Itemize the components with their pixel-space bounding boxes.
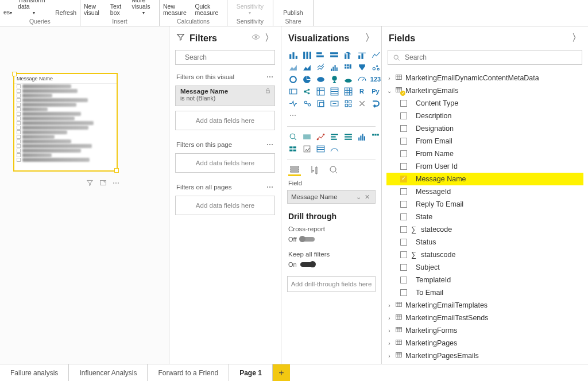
- viz-type-icon[interactable]: [356, 50, 368, 60]
- viz-type-icon[interactable]: [315, 62, 326, 72]
- analytics-tool-icon[interactable]: [327, 164, 340, 176]
- filters-search[interactable]: [175, 50, 275, 65]
- collapse-pane-icon[interactable]: 〉: [572, 32, 581, 44]
- viz-type-icon[interactable]: [328, 98, 340, 108]
- viz-type-icon[interactable]: [328, 86, 340, 96]
- field-subject[interactable]: Subject: [386, 261, 583, 274]
- viz-type-icon[interactable]: [370, 98, 381, 108]
- ribbon-btn-refresh[interactable]: Refresh: [55, 10, 76, 16]
- fields-search-input[interactable]: [404, 53, 577, 62]
- filters-search-input[interactable]: [184, 53, 272, 62]
- field-from-user-id[interactable]: From User Id: [386, 160, 583, 173]
- more-options-icon[interactable]: ⋯: [113, 179, 120, 188]
- ribbon-btn-new-measure[interactable]: New measure: [163, 3, 189, 16]
- filters-visual-dropzone[interactable]: Add data fields here: [175, 111, 275, 130]
- page-tab-influencer-analysis[interactable]: Influencer Analysis: [69, 364, 148, 381]
- field-statecode[interactable]: ∑statecode: [386, 223, 583, 236]
- field-from-name[interactable]: From Name: [386, 147, 583, 160]
- viz-type-icon[interactable]: [301, 62, 312, 72]
- page-tab-failure-analysis[interactable]: Failure analysis: [0, 364, 69, 381]
- viz-type-icon[interactable]: [328, 74, 340, 84]
- field-templateid[interactable]: TemplateId: [386, 274, 583, 286]
- viz-type-icon[interactable]: [301, 131, 312, 142]
- viz-type-icon[interactable]: [342, 74, 354, 84]
- viz-type-icon[interactable]: [301, 98, 312, 108]
- viz-type-icon[interactable]: [328, 62, 340, 72]
- viz-type-icon[interactable]: [287, 74, 299, 84]
- add-page-button[interactable]: +: [273, 364, 290, 381]
- viz-type-icon[interactable]: [287, 50, 299, 60]
- fields-search[interactable]: [388, 50, 582, 65]
- viz-type-icon[interactable]: [356, 98, 368, 108]
- filters-all-dropzone[interactable]: Add data fields here: [175, 196, 275, 215]
- viz-type-icon[interactable]: [342, 50, 354, 60]
- fields-tool-icon[interactable]: [288, 164, 301, 176]
- report-visual-slicer[interactable]: Message Name: [14, 73, 117, 171]
- viz-type-icon[interactable]: [301, 143, 312, 154]
- field-well-message-name[interactable]: Message Name ⌄ ✕: [287, 190, 376, 204]
- viz-type-icon[interactable]: [287, 98, 299, 108]
- keep-filters-switch[interactable]: On: [288, 260, 374, 271]
- viz-type-icon[interactable]: [328, 131, 340, 142]
- table-MarketingEmailTestSends[interactable]: ›MarketingEmailTestSends: [386, 312, 583, 324]
- field-message-name[interactable]: Message Name: [386, 173, 583, 185]
- viz-type-icon[interactable]: [301, 50, 312, 60]
- viz-type-icon[interactable]: [287, 62, 299, 72]
- field-status[interactable]: Status: [386, 236, 583, 248]
- viz-type-icon[interactable]: [342, 98, 354, 108]
- focus-mode-icon[interactable]: [99, 179, 107, 188]
- collapse-pane-icon[interactable]: 〉: [265, 32, 274, 44]
- field-from-email[interactable]: From Email: [386, 135, 583, 147]
- viz-type-icon[interactable]: [301, 86, 312, 96]
- ribbon-btn-text-box[interactable]: Text box: [110, 3, 126, 16]
- page-tab-forward-to-a-friend[interactable]: Forward to a Friend: [148, 364, 229, 381]
- field-designation[interactable]: Designation: [386, 122, 583, 135]
- filter-icon[interactable]: [86, 179, 94, 188]
- table-MarketingEmailDynamicContentMetaData[interactable]: ›MarketingEmailDynamicContentMetaData: [386, 72, 583, 84]
- ribbon-btn-more-visuals[interactable]: More visuals▾: [131, 0, 156, 16]
- ribbon-btn-publish[interactable]: Publish: [283, 10, 303, 16]
- viz-type-icon[interactable]: [315, 50, 326, 60]
- chevron-down-icon[interactable]: ⌄: [354, 193, 363, 201]
- filters-page-dropzone[interactable]: Add data fields here: [175, 153, 275, 173]
- viz-type-icon[interactable]: [342, 62, 354, 72]
- ribbon-btn-quick-measure[interactable]: Quick measure: [195, 3, 223, 16]
- viz-type-icon[interactable]: [315, 98, 326, 108]
- field-messageid[interactable]: MessageId: [386, 185, 583, 198]
- table-MarketingEmailTemplates[interactable]: ›MarketingEmailTemplates: [386, 299, 583, 312]
- section-more-icon[interactable]: ⋯: [266, 183, 274, 191]
- collapse-pane-icon[interactable]: 〉: [365, 32, 374, 44]
- ribbon-btn-transform-data[interactable]: Transform data▾: [18, 0, 49, 16]
- field-content-type[interactable]: Content Type: [386, 97, 583, 110]
- section-more-icon[interactable]: ⋯: [266, 73, 274, 81]
- field-description[interactable]: Description: [386, 110, 583, 122]
- viz-type-icon[interactable]: [287, 86, 299, 96]
- cross-report-switch[interactable]: Off: [288, 235, 374, 246]
- viz-type-icon[interactable]: [315, 131, 326, 142]
- page-tab-page-1[interactable]: Page 1: [229, 364, 273, 381]
- ribbon-btn-new-visual[interactable]: New visual: [84, 3, 105, 16]
- viz-type-icon[interactable]: [287, 143, 299, 154]
- viz-type-icon[interactable]: [315, 86, 326, 96]
- viz-type-icon[interactable]: [301, 74, 312, 84]
- field-statuscode[interactable]: ∑statuscode: [386, 248, 583, 261]
- viz-type-icon[interactable]: R: [356, 86, 368, 96]
- viz-type-icon[interactable]: [370, 62, 381, 72]
- viz-type-icon[interactable]: ⋯: [287, 110, 299, 120]
- viz-type-icon[interactable]: 123: [370, 74, 381, 84]
- filter-card-message-name[interactable]: Message Name is not (Blank): [175, 85, 275, 106]
- remove-field-icon[interactable]: ✕: [363, 193, 372, 201]
- viz-type-icon[interactable]: [370, 50, 381, 60]
- section-more-icon[interactable]: ⋯: [266, 141, 274, 149]
- table-MarketingPages[interactable]: ›MarketingPages: [386, 337, 583, 349]
- viz-type-icon[interactable]: [287, 131, 299, 142]
- ribbon-btn-queries-cut[interactable]: es▾: [3, 9, 12, 16]
- viz-type-icon[interactable]: [356, 131, 368, 142]
- viz-type-icon[interactable]: [342, 131, 354, 142]
- lock-icon[interactable]: [265, 88, 271, 96]
- table-MarketingPagesEmails[interactable]: ›MarketingPagesEmails: [386, 349, 583, 362]
- field-reply-to-email[interactable]: Reply To Email: [386, 198, 583, 211]
- report-canvas[interactable]: Message Name ⋯: [0, 26, 169, 364]
- viz-type-icon[interactable]: [328, 143, 340, 154]
- viz-type-icon[interactable]: [328, 50, 340, 60]
